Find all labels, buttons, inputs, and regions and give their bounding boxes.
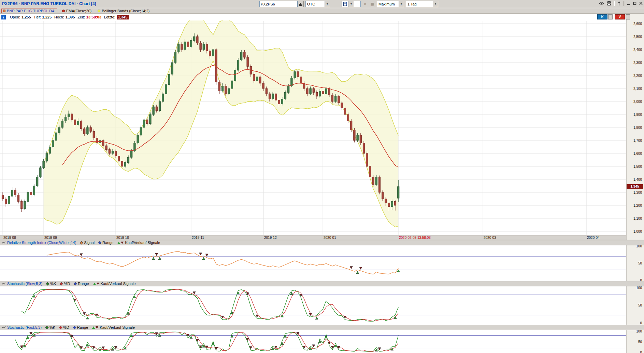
- svg-text:2019-12: 2019-12: [264, 236, 277, 240]
- svg-text:2020-01: 2020-01: [324, 236, 336, 240]
- verkauf-options-button[interactable]: -: [626, 14, 630, 19]
- buy-signal-icon: [93, 283, 96, 285]
- svg-text:1,800: 1,800: [633, 126, 642, 130]
- symbol-lookup-button[interactable]: [298, 1, 304, 7]
- stoch-slow-indicator-name[interactable]: Stochastic (Slow;5;3): [7, 282, 42, 286]
- chart-legend: BNP PAR.EHG TURBOL DAI EMA(Close;20) Bol…: [0, 8, 644, 14]
- hoch-label: Hoch:: [54, 15, 64, 19]
- zeit-label: Zeit:: [77, 15, 85, 19]
- rsi-indicator-name[interactable]: Relative Strength Index (Close;Wilder;14…: [7, 241, 76, 245]
- svg-text:2,400: 2,400: [633, 48, 642, 52]
- svg-text:1,700: 1,700: [633, 139, 642, 142]
- kauf-options-button[interactable]: -: [608, 14, 613, 19]
- letzte-label: Letzte:: [104, 15, 115, 19]
- venue-value: OTC: [307, 2, 323, 6]
- watch-icon[interactable]: [599, 2, 604, 6]
- svg-text:1,400: 1,400: [633, 178, 642, 181]
- svg-text:1,000: 1,000: [633, 230, 642, 233]
- legend-bollinger-label: Bollinger Bands (Close;14;2): [102, 9, 149, 13]
- template-select[interactable]: ▼: [342, 1, 361, 7]
- toolbar-separator: [614, 1, 615, 6]
- sell-signal-icon: [121, 242, 124, 244]
- svg-text:2,200: 2,200: [633, 74, 642, 78]
- print-icon[interactable]: [607, 1, 611, 6]
- venue-select[interactable]: OTC ▼: [305, 1, 330, 7]
- tief-label: Tief:: [34, 15, 41, 19]
- stoch-slow-panel-header[interactable]: Stochastic (Slow;5;3) %K %D Range Kauf/V…: [0, 281, 644, 286]
- svg-text:1,500: 1,500: [633, 165, 642, 168]
- svg-text:100: 100: [636, 330, 642, 333]
- svg-text:2020-02-05 13:58:03: 2020-02-05 13:58:03: [399, 236, 431, 240]
- pin-icon[interactable]: [617, 1, 621, 6]
- open-label: Open:: [10, 15, 20, 19]
- ema-marker-icon: [62, 10, 65, 12]
- stochastic-slow-chart[interactable]: 100500: [0, 286, 644, 325]
- hoch-value: 1,395: [66, 15, 75, 19]
- percent-d-marker-icon: [59, 326, 62, 329]
- close-icon[interactable]: [639, 2, 643, 6]
- chevron-down-icon: ▼: [399, 1, 404, 7]
- range-select[interactable]: Maximum ▼: [377, 1, 404, 7]
- svg-text:2,300: 2,300: [633, 61, 642, 65]
- quote-bar: i Open: 1,255 Tief: 1,225 Hoch: 1,395 Ze…: [0, 14, 626, 21]
- percent-d-marker-icon: [60, 282, 63, 285]
- range-label: Range: [102, 241, 113, 245]
- open-value: 1,255: [22, 15, 31, 19]
- svg-text:1,100: 1,100: [633, 217, 642, 220]
- interval-select[interactable]: 1 Tag ▼: [406, 1, 438, 7]
- chevron-down-icon: ▼: [433, 1, 438, 7]
- rsi-panel-header[interactable]: Relative Strength Index (Close;Wilder;14…: [0, 240, 644, 245]
- percent-k-marker-icon: [46, 282, 49, 285]
- legend-bollinger-chip[interactable]: Bollinger Bands (Close;14;2): [96, 9, 151, 13]
- range-marker-icon: [98, 241, 102, 244]
- buy-sell-buttons: K - V -: [597, 14, 630, 19]
- tief-value: 1,225: [42, 15, 52, 19]
- stoch-fast-indicator-name[interactable]: Stochastic (Fast;5;3): [7, 325, 42, 329]
- window-title: PX2PS6 - BNP PAR.EHG TURBOL DAI - Chart …: [2, 1, 96, 6]
- info-icon[interactable]: i: [1, 15, 6, 19]
- symbol-input[interactable]: [259, 1, 298, 7]
- legend-ema-chip[interactable]: EMA(Close;20): [61, 9, 93, 13]
- svg-text:50: 50: [638, 261, 642, 265]
- svg-text:0: 0: [640, 279, 642, 281]
- grid-layout-icon: ▦: [370, 2, 375, 6]
- percent-d-label: %D: [63, 325, 69, 329]
- buy-signal-icon: [117, 242, 120, 244]
- buy-signal-icon: [92, 326, 95, 329]
- svg-text:2020-04: 2020-04: [587, 236, 600, 240]
- legend-series-chip[interactable]: BNP PAR.EHG TURBOL DAI: [1, 9, 57, 13]
- svg-text:2,600: 2,600: [633, 22, 642, 26]
- candlestick-chart[interactable]: 1,0001,1001,2001,3001,4001,5001,6001,700…: [0, 14, 644, 240]
- restore-icon[interactable]: [633, 2, 636, 6]
- kauf-button[interactable]: K: [597, 14, 607, 19]
- range-marker-icon: [74, 282, 77, 285]
- indicator-icon: [2, 326, 6, 329]
- signal-label: Signal: [84, 241, 95, 245]
- indicator-icon: [2, 241, 6, 244]
- bar-chart-icon: [299, 2, 302, 6]
- rsi-chart[interactable]: 100500: [0, 245, 644, 281]
- svg-text:100: 100: [636, 286, 642, 290]
- stoch-fast-panel-header[interactable]: Stochastic (Fast;5;3) %K %D Range Kauf/V…: [0, 325, 644, 330]
- chevron-down-icon: ▼: [348, 1, 354, 7]
- bollinger-marker-icon: [98, 10, 100, 12]
- percent-k-label: %K: [49, 325, 55, 329]
- svg-text:2019-10: 2019-10: [116, 236, 129, 240]
- trading-chart-window: PX2PS6 - BNP PAR.EHG TURBOL DAI - Chart …: [0, 0, 644, 353]
- range-value: Maximum: [378, 2, 397, 6]
- range-label: Range: [78, 282, 89, 286]
- signals-label: Kauf/Verkauf Signale: [125, 241, 160, 245]
- svg-text:1,345: 1,345: [630, 185, 639, 188]
- verkauf-button[interactable]: V: [615, 14, 625, 19]
- svg-text:2019-08: 2019-08: [3, 236, 16, 240]
- main-chart-area[interactable]: 1,0001,1001,2001,3001,4001,5001,6001,700…: [0, 14, 644, 240]
- stochastic-fast-chart[interactable]: 100500: [0, 330, 644, 353]
- series-marker-icon: [3, 10, 5, 12]
- sell-signal-icon: [96, 326, 98, 329]
- svg-text:1,200: 1,200: [633, 204, 642, 207]
- svg-text:2019-11: 2019-11: [192, 236, 204, 240]
- svg-text:2020-03: 2020-03: [484, 236, 496, 240]
- minimize-icon[interactable]: [627, 2, 630, 6]
- svg-text:2,100: 2,100: [633, 87, 642, 91]
- legend-ema-label: EMA(Close;20): [66, 9, 92, 13]
